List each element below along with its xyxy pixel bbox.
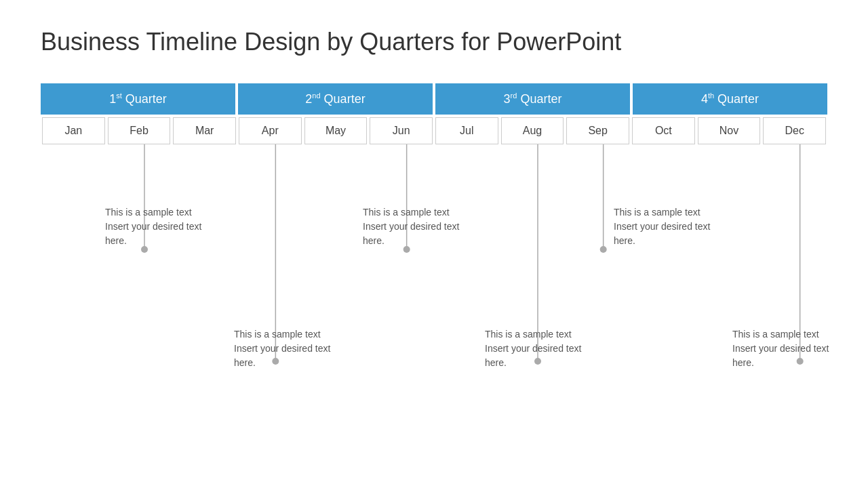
text-box-upper-1: This is a sample textInsert your desired…: [105, 205, 214, 248]
month-sep: Sep: [566, 117, 629, 144]
month-oct: Oct: [632, 117, 695, 144]
month-jun: Jun: [370, 117, 433, 144]
month-feb: Feb: [108, 117, 171, 144]
text-box-lower-3: This is a sample textInsert your desired…: [732, 327, 841, 370]
quarter-2-header: 2nd Quarter: [238, 83, 433, 115]
timeline-container: 1st Quarter 2nd Quarter 3rd Quarter 4th …: [41, 83, 827, 409]
text-box-lower-1: This is a sample textInsert your desired…: [234, 327, 342, 370]
page: Business Timeline Design by Quarters for…: [0, 0, 868, 488]
text-box-upper-3: This is a sample textInsert your desired…: [614, 205, 722, 248]
month-aug: Aug: [501, 117, 564, 144]
text-box-upper-2: This is a sample textInsert your desired…: [363, 205, 471, 248]
month-may: May: [304, 117, 368, 144]
page-title: Business Timeline Design by Quarters for…: [41, 27, 827, 56]
months-row: Jan Feb Mar Apr May Jun Jul Aug Sep Oct …: [41, 117, 827, 144]
month-jul: Jul: [435, 117, 498, 144]
month-mar: Mar: [173, 117, 236, 144]
svg-point-5: [600, 246, 607, 253]
quarter-1-header: 1st Quarter: [41, 83, 235, 115]
month-jan: Jan: [42, 117, 105, 144]
quarters-row: 1st Quarter 2nd Quarter 3rd Quarter 4th …: [41, 83, 827, 115]
quarter-3-header: 3rd Quarter: [435, 83, 630, 115]
month-apr: Apr: [239, 117, 302, 144]
month-nov: Nov: [698, 117, 761, 144]
connector-lines: [41, 144, 827, 409]
text-box-lower-2: This is a sample textInsert your desired…: [485, 327, 593, 370]
connectors-area: This is a sample textInsert your desired…: [41, 144, 827, 409]
quarter-4-header: 4th Quarter: [633, 83, 827, 115]
month-dec: Dec: [763, 117, 826, 144]
